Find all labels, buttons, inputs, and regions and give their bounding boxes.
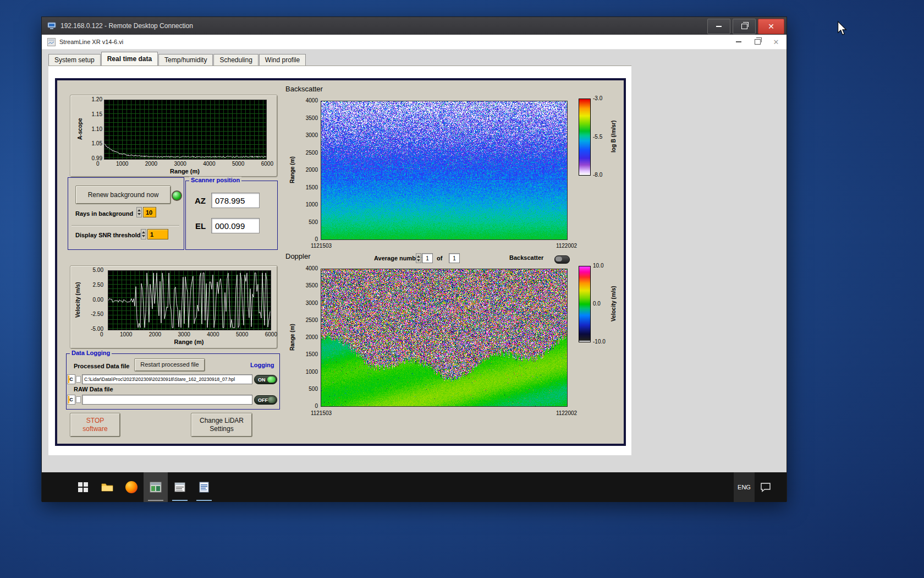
rays-in-background-label: Rays in background xyxy=(75,210,133,217)
tab-page-real-time-data: A-scope 1.201.151.101.050.99 01000200030… xyxy=(48,66,631,455)
streamline-app-icon xyxy=(150,482,162,493)
tick-label: 4000 xyxy=(306,97,318,103)
processed-drive-selector[interactable]: C xyxy=(67,374,75,384)
tick-label: 3000 xyxy=(306,132,318,138)
backscatter-display-toggle[interactable] xyxy=(554,255,570,264)
restart-processed-file-button[interactable]: Restart processed file xyxy=(134,358,205,372)
active-app-indicator xyxy=(148,500,163,501)
language-indicator[interactable]: ENG xyxy=(734,472,755,502)
rays-value-text: 10 xyxy=(146,209,152,216)
background-status-led xyxy=(172,190,182,201)
a-scope-panel: A-scope 1.201.151.101.050.99 01000200030… xyxy=(70,95,278,177)
change-line2: Settings xyxy=(210,425,233,433)
snr-threshold-value[interactable]: 1 xyxy=(147,229,168,239)
a-scope-y-ticks: 1.201.151.101.050.99 xyxy=(85,96,102,161)
restart-processed-file-label: Restart processed file xyxy=(140,361,199,369)
tick-label: -10.0 xyxy=(593,339,606,345)
raw-drive-selector[interactable]: C xyxy=(67,395,75,405)
change-lidar-settings-button[interactable]: Change LiDAR Settings xyxy=(191,413,252,437)
rays-in-background-value[interactable]: 10 xyxy=(143,207,156,217)
tick-label: 2500 xyxy=(306,317,318,323)
start-button[interactable] xyxy=(71,472,95,502)
average-total-value[interactable]: 1 xyxy=(449,253,460,263)
change-line1: Change LiDAR xyxy=(200,417,244,425)
tab-temp-humidity[interactable]: Temp/humidity xyxy=(158,54,213,66)
tab-real-time-data[interactable]: Real time data xyxy=(101,52,158,66)
tab-label: Scheduling xyxy=(219,56,252,64)
stop-software-button[interactable]: STOP software xyxy=(70,413,120,437)
firefox-button[interactable] xyxy=(119,472,144,502)
minimize-icon xyxy=(716,26,722,27)
increment-icon xyxy=(138,209,141,211)
decrement-icon xyxy=(138,213,141,215)
main-panel: A-scope 1.201.151.101.050.99 01000200030… xyxy=(55,78,626,446)
tick-label: 1.20 xyxy=(92,96,102,102)
rdp-window-title: 192.168.0.122 - Remote Desktop Connectio… xyxy=(61,22,193,30)
doppler-heatmap-canvas xyxy=(321,269,568,407)
processed-logging-switch[interactable]: ON xyxy=(254,375,277,384)
backscatter-y-axis-label: Range (m) xyxy=(289,101,296,239)
file-explorer-button[interactable] xyxy=(95,472,119,502)
doppler-x-end: 1122002 xyxy=(546,410,587,416)
velocity-y-ticks: 5.002.500.00-2.50-5.00 xyxy=(84,267,103,332)
action-center-button[interactable] xyxy=(758,472,773,502)
tick-label: 3500 xyxy=(306,282,318,288)
scan-scheduler-button[interactable] xyxy=(168,472,192,502)
tick-label: 10.0 xyxy=(593,263,603,269)
tick-label: -5.5 xyxy=(593,134,602,140)
close-icon: ✕ xyxy=(768,23,774,30)
text-editor-button[interactable] xyxy=(192,472,216,502)
stop-line2: software xyxy=(82,425,107,433)
app-close-button[interactable]: ✕ xyxy=(767,35,785,49)
streamline-app-button[interactable] xyxy=(144,472,168,502)
text-document-icon xyxy=(199,482,209,493)
app-restore-button[interactable] xyxy=(748,35,767,49)
mouse-cursor xyxy=(836,21,848,36)
app-title: StreamLine XR v14-6.vi xyxy=(59,39,123,45)
language-code: ENG xyxy=(738,484,751,490)
snr-spinner[interactable] xyxy=(141,229,146,239)
decrement-icon xyxy=(417,259,420,261)
backscatter-colorbar xyxy=(579,99,591,176)
velocity-x-axis-label: Range (m) xyxy=(108,339,270,345)
tick-label: 3000 xyxy=(306,300,318,306)
renew-background-button[interactable]: Renew background now xyxy=(75,186,171,204)
el-label: EL xyxy=(195,221,206,231)
tick-label: 0 xyxy=(315,236,318,242)
average-number-value[interactable]: 1 xyxy=(422,253,433,263)
raw-logging-switch[interactable]: OFF xyxy=(254,395,277,405)
average-number-spinner[interactable] xyxy=(416,253,421,263)
rays-spinner[interactable] xyxy=(136,207,142,217)
decrement-icon xyxy=(142,235,145,237)
rdp-titlebar[interactable]: 192.168.0.122 - Remote Desktop Connectio… xyxy=(42,17,787,35)
app-minimize-button[interactable] xyxy=(729,35,748,49)
restore-icon xyxy=(755,39,761,45)
backscatter-x-start: 1121503 xyxy=(300,243,342,249)
tick-label: 0 xyxy=(96,161,100,167)
rdp-restore-button[interactable] xyxy=(733,19,756,34)
tick-label: 4000 xyxy=(203,161,215,167)
el-value-text: 000.099 xyxy=(215,221,245,231)
tick-label: 6000 xyxy=(265,331,277,337)
scan-scheduler-icon xyxy=(174,482,185,492)
switch-state-label: OFF xyxy=(258,397,268,403)
minimize-icon xyxy=(736,41,741,42)
backscatter-heatmap-canvas xyxy=(321,101,568,240)
tab-label: Real time data xyxy=(107,55,152,63)
avg-total-text: 1 xyxy=(453,255,456,261)
off-indicator-icon xyxy=(268,397,276,403)
raw-data-file-path[interactable] xyxy=(82,395,252,405)
tab-system-setup[interactable]: System setup xyxy=(48,54,101,66)
desktop-background: 192.168.0.122 - Remote Desktop Connectio… xyxy=(0,0,924,578)
processed-data-file-path[interactable]: C:\Lidar\Data\Proc\2023\202309\20230918\… xyxy=(82,374,252,384)
rdp-minimize-button[interactable] xyxy=(707,19,730,34)
background-controls-group: Renew background now Rays in background … xyxy=(68,177,184,250)
app-titlebar[interactable]: StreamLine XR v14-6.vi ✕ xyxy=(42,35,787,50)
tab-wind-profile[interactable]: Wind profile xyxy=(259,54,306,66)
tab-scheduling[interactable]: Scheduling xyxy=(213,54,258,66)
doppler-colorbar xyxy=(579,266,591,342)
tick-label: 3000 xyxy=(174,161,186,167)
backscatter-y-ticks: 40003500300025002000150010005000 xyxy=(297,97,318,242)
rdp-close-button[interactable]: ✕ xyxy=(758,19,784,34)
a-scope-y-axis-label: A-scope xyxy=(76,100,84,159)
